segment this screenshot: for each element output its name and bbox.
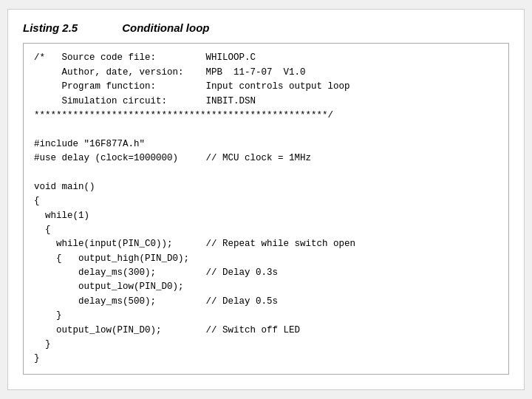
code-block: /* Source code file: WHILOOP.C Author, d…: [23, 43, 509, 374]
listing-header: Listing 2.5 Conditional loop: [23, 21, 509, 34]
page-container: Listing 2.5 Conditional loop /* Source c…: [7, 9, 525, 389]
listing-subtitle: Conditional loop: [122, 21, 209, 34]
listing-title: Listing 2.5: [23, 21, 78, 34]
